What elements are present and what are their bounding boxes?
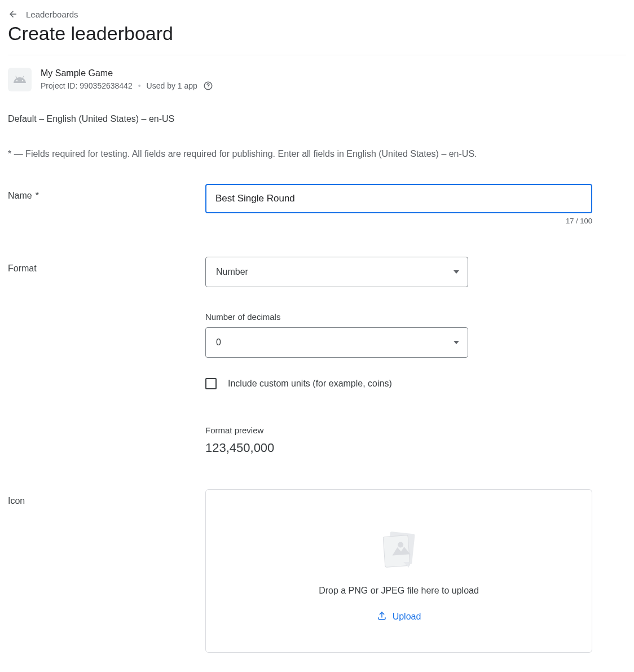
breadcrumb-parent[interactable]: Leaderboards (26, 10, 78, 19)
custom-units-label: Include custom units (for example, coins… (228, 379, 392, 389)
separator-dot: • (138, 81, 141, 90)
decimals-selected-value: 0 (216, 337, 221, 348)
svg-point-1 (208, 87, 208, 88)
chevron-down-icon (454, 270, 459, 274)
name-input[interactable] (205, 184, 592, 213)
decimals-label: Number of decimals (205, 312, 592, 322)
upload-icon (377, 610, 387, 623)
format-select[interactable]: Number (205, 257, 468, 287)
divider (8, 55, 626, 55)
format-preview-value: 123,450,000 (205, 441, 592, 455)
name-label: Name* (8, 184, 205, 201)
icon-dropzone[interactable]: Drop a PNG or JPEG file here to upload U… (205, 489, 592, 653)
dropzone-text: Drop a PNG or JPEG file here to upload (319, 586, 479, 596)
locale-text: Default – English (United States) – en-U… (8, 114, 626, 124)
format-label: Format (8, 257, 205, 274)
file-stack-icon (376, 530, 421, 571)
project-name: My Sample Game (41, 68, 213, 78)
custom-units-checkbox[interactable] (205, 378, 217, 389)
chevron-down-icon (454, 341, 459, 344)
upload-button[interactable]: Upload (377, 610, 421, 623)
back-arrow-icon[interactable] (8, 9, 18, 19)
project-usage: Used by 1 app (147, 81, 197, 90)
name-char-count: 17 / 100 (205, 217, 592, 225)
icon-label: Icon (8, 489, 205, 506)
project-header: My Sample Game Project ID: 990352638442 … (8, 68, 626, 91)
format-selected-value: Number (216, 267, 248, 277)
upload-label: Upload (393, 612, 421, 622)
page-title: Create leaderboard (8, 23, 626, 45)
decimals-select[interactable]: 0 (205, 327, 468, 358)
project-id: Project ID: 990352638442 (41, 81, 133, 90)
android-icon (8, 68, 32, 91)
format-preview-label: Format preview (205, 425, 592, 435)
help-icon[interactable] (203, 81, 213, 91)
required-hint: * — Fields required for testing. All fie… (8, 149, 626, 159)
